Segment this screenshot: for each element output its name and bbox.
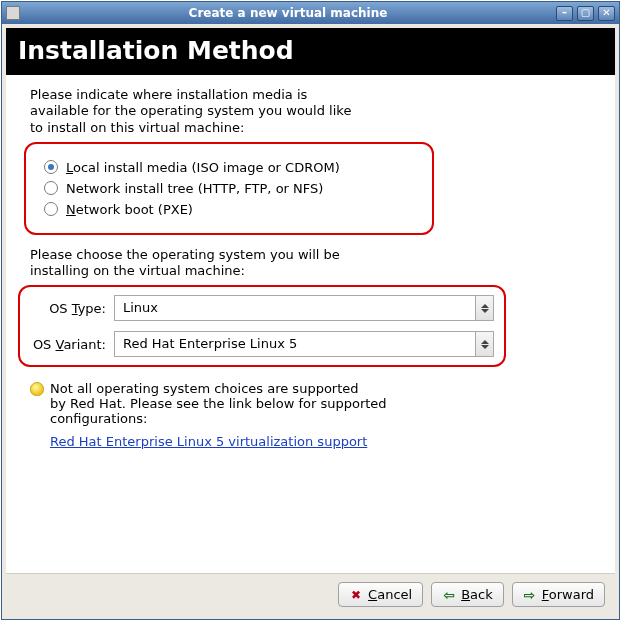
forward-button[interactable]: Forward — [512, 582, 605, 607]
radio-icon — [44, 160, 58, 174]
arrow-right-icon — [523, 588, 537, 602]
content-area: Installation Method Please indicate wher… — [6, 28, 615, 615]
app-icon — [6, 6, 20, 20]
maximize-button[interactable]: ▢ — [577, 6, 594, 21]
radio-icon — [44, 202, 58, 216]
radio-local-install[interactable]: Local install media (ISO image or CDROM) — [44, 160, 414, 175]
os-variant-value: Red Hat Enterprise Linux 5 — [115, 332, 475, 356]
wizard-body: Please indicate where installation media… — [6, 75, 615, 573]
arrow-left-icon — [442, 588, 456, 602]
os-variant-combo[interactable]: Red Hat Enterprise Linux 5 — [114, 331, 494, 357]
close-button[interactable]: ✕ — [598, 6, 615, 21]
support-tip: Not all operating system choices are sup… — [30, 381, 599, 426]
lightbulb-icon — [30, 382, 44, 396]
titlebar: Create a new virtual machine – ▢ ✕ — [2, 2, 619, 24]
radio-icon — [44, 181, 58, 195]
intro-text: Please indicate where installation media… — [30, 87, 599, 136]
os-variant-label: OS Variant: — [28, 337, 108, 352]
chevron-updown-icon[interactable] — [475, 296, 493, 320]
install-method-group: Local install media (ISO image or CDROM)… — [24, 142, 434, 235]
os-type-value: Linux — [115, 296, 475, 320]
window-title: Create a new virtual machine — [24, 6, 552, 20]
cancel-button[interactable]: Cancel — [338, 582, 423, 607]
radio-label: Network boot (PXE) — [66, 202, 193, 217]
chevron-updown-icon[interactable] — [475, 332, 493, 356]
back-button[interactable]: Back — [431, 582, 504, 607]
button-bar: Cancel Back Forward — [6, 573, 615, 615]
radio-label: Local install media (ISO image or CDROM) — [66, 160, 340, 175]
cancel-icon — [349, 588, 363, 602]
radio-label: Network install tree (HTTP, FTP, or NFS) — [66, 181, 323, 196]
os-selection-group: OS Type: Linux OS Variant: Red Hat Enter… — [18, 285, 506, 367]
minimize-button[interactable]: – — [556, 6, 573, 21]
support-link[interactable]: Red Hat Enterprise Linux 5 virtualizatio… — [50, 434, 367, 449]
os-type-combo[interactable]: Linux — [114, 295, 494, 321]
radio-network-tree[interactable]: Network install tree (HTTP, FTP, or NFS) — [44, 181, 414, 196]
radio-network-boot[interactable]: Network boot (PXE) — [44, 202, 414, 217]
page-title: Installation Method — [6, 28, 615, 75]
vm-wizard-window: Create a new virtual machine – ▢ ✕ Insta… — [1, 1, 620, 620]
tip-text: Not all operating system choices are sup… — [50, 381, 387, 426]
os-type-label: OS Type: — [28, 301, 108, 316]
os-intro-text: Please choose the operating system you w… — [30, 247, 599, 280]
